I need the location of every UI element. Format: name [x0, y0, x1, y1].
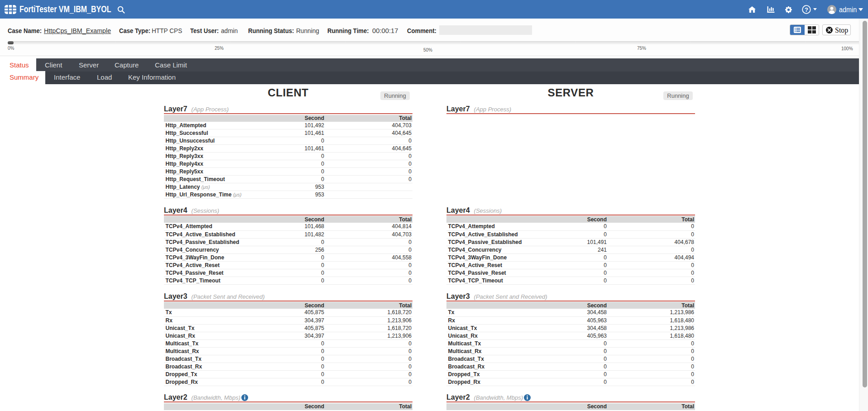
svg-text:?: ?: [805, 6, 808, 13]
